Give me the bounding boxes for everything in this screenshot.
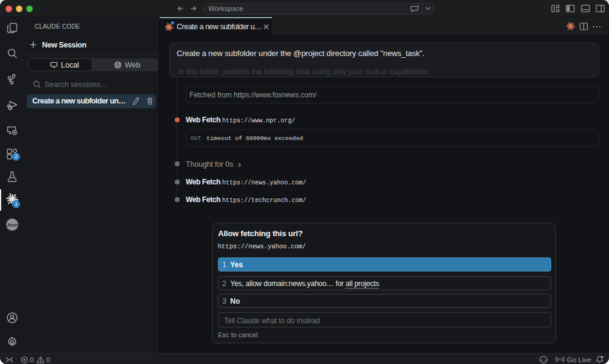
- svg-text:Json: Json: [7, 222, 18, 228]
